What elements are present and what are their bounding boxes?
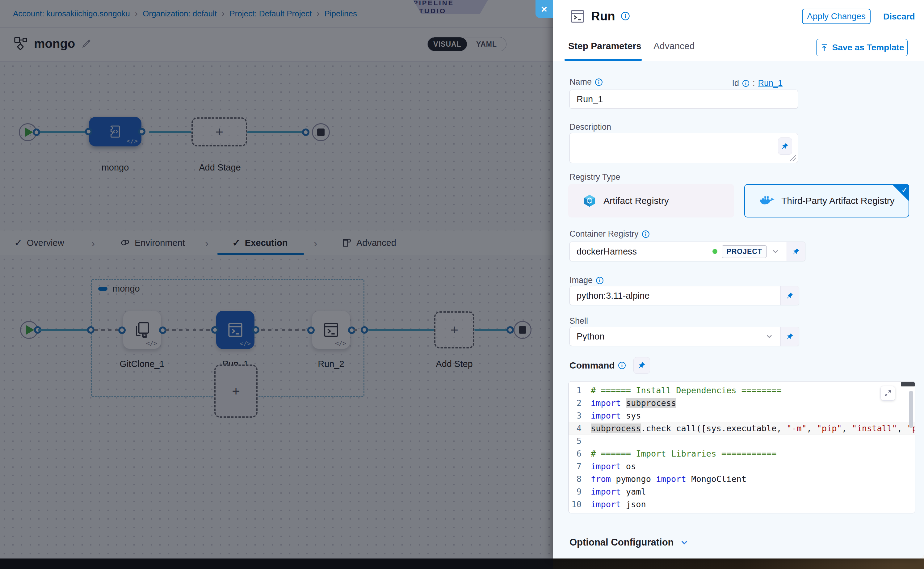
editor-overview-marker[interactable] xyxy=(901,382,915,386)
container-registry-select[interactable]: dockerHarness PROJECT xyxy=(570,242,805,261)
info-icon[interactable] xyxy=(618,361,626,370)
container-registry-value: dockerHarness xyxy=(577,246,708,257)
pin-button[interactable] xyxy=(778,137,792,155)
info-icon[interactable] xyxy=(642,230,650,238)
line-number: 3 xyxy=(568,411,591,420)
apply-changes-label: Apply Changes xyxy=(807,11,866,21)
pin-icon xyxy=(786,292,794,300)
chevron-down-icon[interactable] xyxy=(771,247,780,256)
code-line[interactable]: 5 xyxy=(568,435,915,447)
resize-handle[interactable] xyxy=(790,155,796,161)
pin-icon xyxy=(781,142,789,150)
apply-changes-button[interactable]: Apply Changes xyxy=(802,9,871,24)
editor-scrollbar-thumb[interactable] xyxy=(909,391,913,428)
shell-select[interactable]: Python xyxy=(570,327,799,346)
line-number: 6 xyxy=(568,449,591,458)
name-value: Run_1 xyxy=(577,94,603,104)
id-value[interactable]: Run_1 xyxy=(758,78,783,88)
id-separator: : xyxy=(752,78,755,88)
info-icon[interactable] xyxy=(621,11,630,21)
id-label: Id xyxy=(732,78,739,88)
code-line[interactable]: 1# ====== Install Dependencies ======== xyxy=(568,384,915,397)
line-number: 1 xyxy=(568,385,591,395)
drawer-body: Name Id : Run_1 Run_1 Description xyxy=(553,61,924,558)
connector-status-dot xyxy=(713,249,717,254)
line-number: 4 xyxy=(568,423,591,433)
save-as-template-button[interactable]: Save as Template xyxy=(816,39,907,56)
pin-icon xyxy=(786,332,794,341)
image-input[interactable]: python:3.11-alpine xyxy=(570,286,799,305)
shell-label: Shell xyxy=(570,316,588,326)
check-icon: ✓ xyxy=(901,186,908,195)
code-line[interactable]: 7import os xyxy=(568,460,915,473)
code-line[interactable]: 8from pymongo import MongoClient xyxy=(568,473,915,485)
selected-corner: ✓ xyxy=(892,184,909,201)
name-label: Name xyxy=(570,77,603,87)
artifact-registry-icon xyxy=(582,194,597,208)
container-registry-label: Container Registry xyxy=(570,229,650,239)
command-label: Command xyxy=(570,360,626,371)
line-number: 7 xyxy=(568,461,591,471)
info-icon[interactable] xyxy=(596,277,604,284)
line-number: 8 xyxy=(568,474,591,484)
docker-icon xyxy=(759,194,775,207)
line-number: 2 xyxy=(568,398,591,408)
fullscreen-icon xyxy=(884,389,892,397)
pin-button[interactable] xyxy=(780,286,799,305)
discard-button[interactable]: Discard xyxy=(883,12,915,21)
chevron-down-icon[interactable] xyxy=(765,332,774,341)
command-code-editor[interactable]: 1# ====== Install Dependencies ========2… xyxy=(568,381,915,513)
close-icon: × xyxy=(541,3,547,15)
code-line[interactable]: 4subprocess.check_call([sys.executable, … xyxy=(568,422,915,435)
info-icon[interactable] xyxy=(595,78,603,86)
image-value: python:3.11-alpine xyxy=(577,291,774,301)
registry-type-label: Registry Type xyxy=(570,172,620,182)
line-number: 5 xyxy=(568,436,591,446)
code-lines: 1# ====== Install Dependencies ========2… xyxy=(568,384,915,511)
info-icon[interactable] xyxy=(742,80,749,87)
tab-step-parameters[interactable]: Step Parameters xyxy=(568,41,641,51)
step-config-drawer: Run Apply Changes Discard Step Parameter… xyxy=(553,0,924,558)
pin-button[interactable] xyxy=(780,327,799,346)
save-as-template-label: Save as Template xyxy=(832,43,904,53)
active-tab-underline xyxy=(565,59,642,61)
chevron-down-icon xyxy=(679,537,689,548)
close-drawer-button[interactable]: × xyxy=(535,0,553,18)
registry-option-label: Artifact Registry xyxy=(603,196,669,206)
image-label: Image xyxy=(570,275,604,285)
pin-icon xyxy=(637,361,646,370)
code-line[interactable]: 10import json xyxy=(568,498,915,511)
code-line[interactable]: 9import yaml xyxy=(568,485,915,498)
pin-button[interactable] xyxy=(634,357,650,374)
code-line[interactable]: 3import sys xyxy=(568,409,915,422)
line-number: 10 xyxy=(568,499,591,509)
expand-editor-button[interactable] xyxy=(880,386,895,401)
scope-badge: PROJECT xyxy=(722,245,767,258)
name-input[interactable]: Run_1 xyxy=(570,90,798,109)
step-id: Id : Run_1 xyxy=(732,78,783,88)
drawer-tabs: Step Parameters Advanced Save as Templat… xyxy=(553,33,924,61)
description-textarea[interactable] xyxy=(570,133,798,163)
dim-overlay xyxy=(0,0,553,569)
line-number: 9 xyxy=(568,487,591,496)
upload-icon xyxy=(820,43,828,52)
registry-option-third-party[interactable]: Third-Party Artifact Registry ✓ xyxy=(744,184,909,218)
description-label: Description xyxy=(570,122,611,132)
registry-option-label: Third-Party Artifact Registry xyxy=(781,196,895,206)
shell-value: Python xyxy=(577,332,761,342)
pin-icon xyxy=(792,247,800,256)
drawer-title: Run xyxy=(591,9,615,23)
pipeline-studio-screen: Account: kurosakiichigo.songoku › Organi… xyxy=(0,0,924,569)
registry-option-artifact[interactable]: Artifact Registry xyxy=(568,184,734,218)
code-line[interactable]: 2import subprocess xyxy=(568,397,915,409)
pin-button[interactable] xyxy=(787,242,805,261)
optional-configuration-toggle[interactable]: Optional Configuration xyxy=(570,537,689,548)
code-line[interactable]: 6# ====== Import Libraries =========== xyxy=(568,447,915,460)
drawer-header: Run Apply Changes Discard xyxy=(553,0,924,33)
command-header: Command xyxy=(570,357,650,374)
run-step-icon xyxy=(570,8,585,24)
tab-step-advanced[interactable]: Advanced xyxy=(653,41,695,51)
optional-configuration-label: Optional Configuration xyxy=(570,537,674,548)
